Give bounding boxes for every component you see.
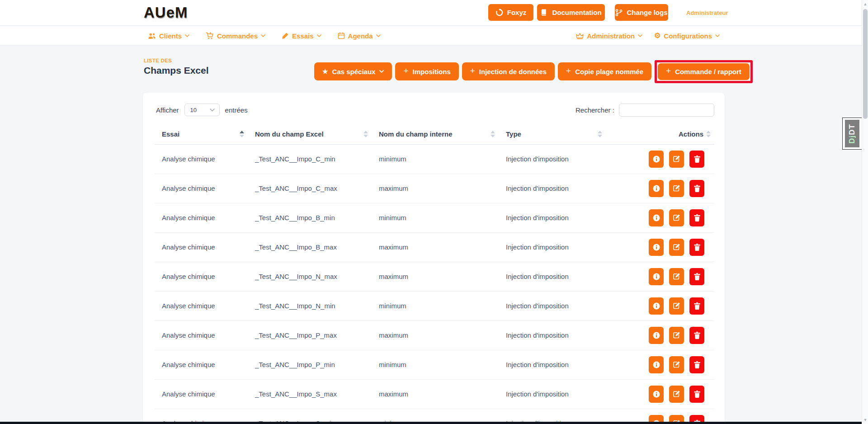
cell-essai: Analyse chimique xyxy=(155,350,248,379)
crown-icon xyxy=(576,33,584,39)
trash-icon xyxy=(693,184,701,192)
nav-essais-label: Essais xyxy=(292,32,314,40)
column-header-actions[interactable]: Actions xyxy=(606,124,714,144)
sort-icon xyxy=(363,131,368,137)
table-header-row: Essai Nom du champ Excel Nom du champ in… xyxy=(155,124,714,144)
scroll-down-arrow[interactable]: ▼ xyxy=(863,418,868,422)
edit-button[interactable] xyxy=(669,327,684,344)
change-logs-button[interactable]: Change logs xyxy=(615,4,668,21)
trash-icon xyxy=(693,390,701,398)
cas-speciaux-button[interactable]: ★ Cas spéciaux xyxy=(314,62,392,80)
cell-champ-excel: _Test_ANC__Impo_S_max xyxy=(248,379,372,409)
edit-icon xyxy=(673,302,680,310)
edit-button[interactable] xyxy=(669,239,684,256)
foxyz-button[interactable]: Foxyz xyxy=(488,4,533,21)
delete-button[interactable] xyxy=(689,151,704,168)
delete-button[interactable] xyxy=(689,209,704,226)
column-header-type[interactable]: Type xyxy=(499,124,606,144)
trash-icon xyxy=(693,243,701,251)
cell-type: Injection d'imposition xyxy=(499,232,606,262)
cart-icon xyxy=(206,32,214,39)
info-icon xyxy=(652,302,660,310)
edit-button[interactable] xyxy=(669,180,684,197)
django-debug-toolbar-handle[interactable]: DjDT xyxy=(842,118,862,150)
cell-champ-interne: maximum xyxy=(372,232,499,262)
edit-icon xyxy=(673,155,680,163)
row-actions xyxy=(613,327,711,344)
info-button[interactable] xyxy=(649,356,664,373)
info-button[interactable] xyxy=(649,268,664,285)
trash-icon xyxy=(693,273,701,280)
nav-item-essais[interactable]: Essais xyxy=(282,32,321,40)
trash-icon xyxy=(693,214,701,221)
edit-button[interactable] xyxy=(669,268,684,285)
nav-left-group: Clients Commandes Essais Agenda xyxy=(148,26,381,45)
nav-item-administration[interactable]: Administration xyxy=(576,32,642,40)
plus-icon: + xyxy=(666,66,671,76)
edit-button[interactable] xyxy=(669,386,684,403)
edit-icon xyxy=(673,184,680,192)
info-icon xyxy=(652,214,660,222)
cell-essai: Analyse chimique xyxy=(155,291,248,320)
page-length-select[interactable]: 10 xyxy=(184,104,220,116)
impositions-label: Impositions xyxy=(413,68,451,75)
info-button[interactable] xyxy=(649,209,664,226)
table-row: Analyse chimique _Test_ANC__Impo_P_max m… xyxy=(155,320,714,350)
vertical-scrollbar[interactable]: ▲ ▼ xyxy=(862,0,868,424)
cell-type: Injection d'imposition xyxy=(499,174,606,203)
commande-rapport-label: Commande / rapport xyxy=(675,68,741,75)
scroll-up-arrow[interactable]: ▲ xyxy=(863,2,868,6)
user-role-badge[interactable]: Administrateur xyxy=(686,9,728,16)
page-toolbar: ★ Cas spéciaux + Impositions + Injection… xyxy=(314,62,753,80)
edit-button[interactable] xyxy=(669,356,684,373)
nav-item-agenda[interactable]: Agenda xyxy=(338,32,381,40)
nav-item-commandes[interactable]: Commandes xyxy=(206,32,265,40)
nav-item-configurations[interactable]: ⚙ Configurations xyxy=(654,32,720,40)
pen-icon xyxy=(282,32,289,39)
edit-icon xyxy=(673,273,680,280)
info-button[interactable] xyxy=(649,386,664,403)
injection-donnees-button[interactable]: + Injection de données xyxy=(462,62,555,80)
info-button[interactable] xyxy=(649,180,664,197)
info-button[interactable] xyxy=(649,297,664,315)
delete-button[interactable] xyxy=(689,297,704,315)
delete-button[interactable] xyxy=(689,180,704,197)
commande-rapport-button[interactable]: + Commande / rapport xyxy=(658,63,750,80)
calendar-icon xyxy=(338,32,345,39)
row-actions xyxy=(613,297,711,315)
row-actions xyxy=(613,180,711,197)
cell-type: Injection d'imposition xyxy=(499,144,606,174)
info-button[interactable] xyxy=(649,151,664,168)
impositions-button[interactable]: + Impositions xyxy=(395,62,458,80)
scrollbar-thumb[interactable] xyxy=(863,9,868,119)
copie-plage-button[interactable]: + Copie plage nommée xyxy=(558,62,651,80)
column-header-champ-interne[interactable]: Nom du champ interne xyxy=(372,124,499,144)
page-title: Champs Excel xyxy=(144,65,209,76)
search-label: Rechercher : xyxy=(576,106,614,114)
delete-button[interactable] xyxy=(689,386,704,403)
edit-button[interactable] xyxy=(669,297,684,315)
cell-champ-interne: maximum xyxy=(372,320,499,350)
delete-button[interactable] xyxy=(689,327,704,344)
edit-button[interactable] xyxy=(669,209,684,226)
delete-button[interactable] xyxy=(689,268,704,285)
delete-button[interactable] xyxy=(689,356,704,373)
delete-button[interactable] xyxy=(689,239,704,256)
table-row: Analyse chimique _Test_ANC__Impo_N_min m… xyxy=(155,291,714,320)
nav-item-clients[interactable]: Clients xyxy=(148,32,189,40)
page-kicker: LISTE DES xyxy=(144,58,172,63)
column-header-champ-excel[interactable]: Nom du champ Excel xyxy=(248,124,372,144)
edit-button[interactable] xyxy=(669,151,684,168)
search-input[interactable] xyxy=(619,104,714,117)
column-header-essai[interactable]: Essai xyxy=(155,124,248,144)
info-button[interactable] xyxy=(649,327,664,344)
table-row: Analyse chimique _Test_ANC__Impo_N_max m… xyxy=(155,262,714,291)
app-logo[interactable]: AUeM xyxy=(144,4,188,21)
documentation-button[interactable]: Documentation xyxy=(537,4,605,21)
info-icon xyxy=(652,361,660,369)
info-button[interactable] xyxy=(649,239,664,256)
cell-type: Injection d'imposition xyxy=(499,203,606,232)
cell-champ-excel: _Test_ANC__Impo_B_max xyxy=(248,232,372,262)
plus-icon: + xyxy=(403,66,408,76)
edit-icon xyxy=(673,390,680,398)
